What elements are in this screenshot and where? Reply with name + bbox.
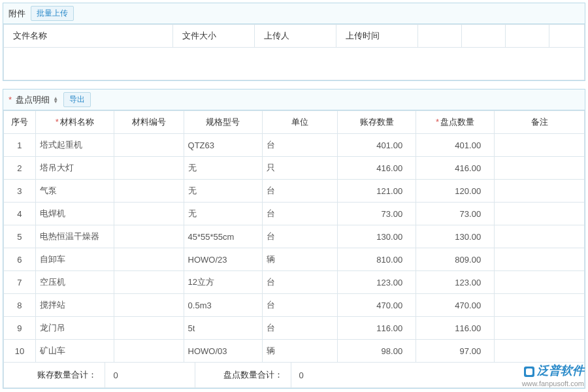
- cell-code: [114, 271, 184, 294]
- col-action-4: [549, 25, 585, 48]
- cell-spec: HOWO/23: [184, 248, 262, 271]
- cell-count[interactable]: 470.00: [416, 294, 495, 317]
- table-row[interactable]: 3气泵无台121.00120.00: [4, 180, 585, 203]
- table-row[interactable]: 1塔式起重机QTZ63台401.00401.00: [4, 134, 585, 157]
- table-row[interactable]: 6自卸车HOWO/23辆810.00809.00: [4, 248, 585, 271]
- col-uploader[interactable]: 上传人: [255, 25, 336, 48]
- detail-title-wrap: * 盘点明细 ▲▼: [8, 94, 58, 106]
- cell-count[interactable]: 123.00: [416, 271, 495, 294]
- cell-idx: 8: [4, 294, 36, 317]
- attachments-header: 附件 批量上传: [3, 3, 585, 24]
- cell-count[interactable]: 130.00: [416, 225, 495, 248]
- col-material-code[interactable]: 材料编号: [114, 111, 184, 134]
- table-row[interactable]: 5电热恒温干燥器45*55*55cm台130.00130.00: [4, 225, 585, 248]
- detail-table: 序号 *材料名称 材料编号 规格型号 单位 账存数量 *盘点数量 备注 1塔式起…: [3, 110, 585, 363]
- cell-unit: 台: [262, 134, 338, 157]
- cell-name: 矿山车: [35, 340, 114, 363]
- col-idx[interactable]: 序号: [4, 111, 36, 134]
- col-remark[interactable]: 备注: [495, 111, 585, 134]
- cell-name: 龙门吊: [35, 317, 114, 340]
- cell-stock: 98.00: [338, 340, 416, 363]
- cell-code: [114, 134, 184, 157]
- cell-stock: 116.00: [338, 317, 416, 340]
- cell-count[interactable]: 120.00: [416, 180, 495, 203]
- table-row[interactable]: 10矿山车HOWO/03辆98.0097.00: [4, 340, 585, 363]
- required-star-icon: *: [56, 117, 59, 127]
- cell-idx: 10: [4, 340, 36, 363]
- sort-icon[interactable]: ▲▼: [53, 97, 58, 103]
- cell-spec: 12立方: [184, 271, 262, 294]
- bulk-upload-button[interactable]: 批量上传: [31, 6, 74, 21]
- cell-unit: 台: [262, 271, 338, 294]
- cell-stock: 73.00: [338, 203, 416, 225]
- cell-count[interactable]: 809.00: [416, 248, 495, 271]
- cell-idx: 6: [4, 248, 36, 271]
- cell-code: [114, 225, 184, 248]
- cell-unit: 辆: [262, 340, 338, 363]
- cell-stock: 810.00: [338, 248, 416, 271]
- table-row[interactable]: 9龙门吊5t台116.00116.00: [4, 317, 585, 340]
- cell-name: 空压机: [35, 271, 114, 294]
- attachments-title: 附件: [8, 8, 25, 20]
- cell-stock: 416.00: [338, 157, 416, 180]
- cell-code: [114, 180, 184, 203]
- cell-code: [114, 157, 184, 180]
- stock-total-label: 账存数量合计：: [37, 369, 97, 381]
- cell-remark: [495, 317, 585, 340]
- cell-count[interactable]: 401.00: [416, 134, 495, 157]
- cell-unit: 台: [262, 180, 338, 203]
- cell-remark: [495, 340, 585, 363]
- col-file-name[interactable]: 文件名称: [4, 25, 173, 48]
- detail-header: * 盘点明细 ▲▼ 导出: [3, 90, 585, 110]
- cell-name: 电热恒温干燥器: [35, 225, 114, 248]
- cell-code: [114, 248, 184, 271]
- cell-name: 气泵: [35, 180, 114, 203]
- cell-count[interactable]: 116.00: [416, 317, 495, 340]
- cell-name: 搅拌站: [35, 294, 114, 317]
- col-material-name[interactable]: *材料名称: [35, 111, 114, 134]
- cell-unit: 台: [262, 203, 338, 225]
- cell-stock: 470.00: [338, 294, 416, 317]
- cell-idx: 9: [4, 317, 36, 340]
- table-row[interactable]: 4电焊机无台73.0073.00: [4, 203, 585, 225]
- cell-spec: 0.5m3: [184, 294, 262, 317]
- col-count-qty[interactable]: *盘点数量: [416, 111, 495, 134]
- cell-unit: 只: [262, 157, 338, 180]
- col-stock-qty[interactable]: 账存数量: [338, 111, 416, 134]
- cell-stock: 121.00: [338, 180, 416, 203]
- col-action-1: [418, 25, 462, 48]
- cell-name: 塔式起重机: [35, 134, 114, 157]
- cell-spec: HOWO/03: [184, 340, 262, 363]
- col-action-2: [462, 25, 506, 48]
- cell-remark: [495, 157, 585, 180]
- cell-name: 塔吊大灯: [35, 157, 114, 180]
- totals-row: 账存数量合计： 0 盘点数量合计： 0: [3, 363, 585, 388]
- col-action-3: [506, 25, 549, 48]
- cell-remark: [495, 203, 585, 225]
- attachments-empty-row: [4, 48, 585, 80]
- cell-count[interactable]: 416.00: [416, 157, 495, 180]
- cell-spec: 无: [184, 157, 262, 180]
- cell-unit: 台: [262, 294, 338, 317]
- cell-idx: 4: [4, 203, 36, 225]
- cell-unit: 台: [262, 225, 338, 248]
- table-row[interactable]: 2塔吊大灯无只416.00416.00: [4, 157, 585, 180]
- cell-remark: [495, 134, 585, 157]
- export-button[interactable]: 导出: [63, 92, 91, 107]
- cell-count[interactable]: 73.00: [416, 203, 495, 225]
- cell-unit: 台: [262, 317, 338, 340]
- table-row[interactable]: 7空压机12立方台123.00123.00: [4, 271, 585, 294]
- col-unit[interactable]: 单位: [262, 111, 338, 134]
- cell-count[interactable]: 97.00: [416, 340, 495, 363]
- detail-panel: * 盘点明细 ▲▼ 导出 序号 *材料名称 材料编号 规格型号 单位 账存数量 …: [3, 89, 585, 389]
- cell-idx: 3: [4, 180, 36, 203]
- cell-remark: [495, 294, 585, 317]
- cell-stock: 123.00: [338, 271, 416, 294]
- col-spec[interactable]: 规格型号: [184, 111, 262, 134]
- col-file-size[interactable]: 文件大小: [173, 25, 255, 48]
- cell-spec: QTZ63: [184, 134, 262, 157]
- cell-code: [114, 317, 184, 340]
- table-row[interactable]: 8搅拌站0.5m3台470.00470.00: [4, 294, 585, 317]
- col-upload-time[interactable]: 上传时间: [336, 25, 418, 48]
- cell-name: 电焊机: [35, 203, 114, 225]
